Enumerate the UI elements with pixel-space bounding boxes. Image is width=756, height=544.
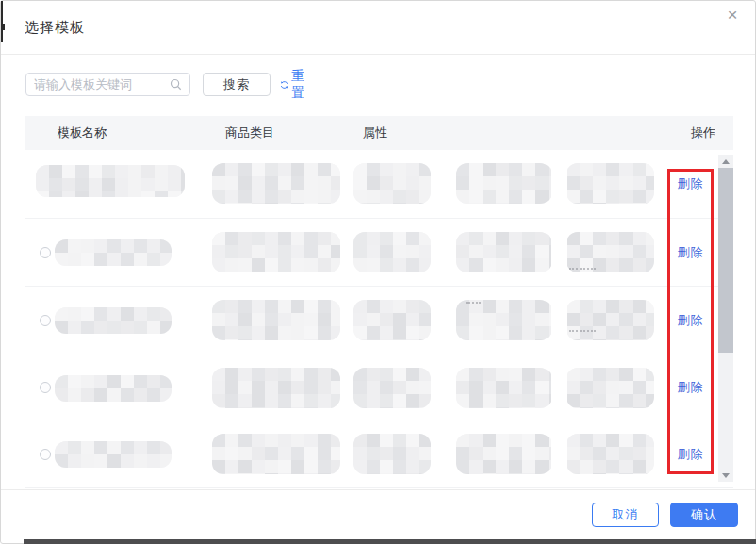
background-page-artifact: [1, 24, 5, 30]
redacted-category: [212, 300, 340, 340]
search-input[interactable]: 请输入模板关键词: [25, 73, 190, 96]
table-row[interactable]: 删除: [25, 287, 733, 354]
delete-link[interactable]: 删除: [667, 312, 714, 329]
redacted-attribute: [353, 232, 431, 272]
scroll-up-arrow-icon[interactable]: [718, 155, 733, 168]
column-header-attributes: 属性: [363, 124, 387, 141]
search-button[interactable]: 搜索: [203, 73, 271, 96]
radio-button[interactable]: [40, 382, 51, 393]
delete-link[interactable]: 删除: [667, 379, 714, 396]
table-row[interactable]: 删除: [25, 354, 733, 420]
redacted-category: [212, 232, 340, 272]
redacted-attribute: [456, 232, 551, 272]
redacted-attribute: [567, 163, 654, 204]
delete-link[interactable]: 删除: [667, 446, 714, 463]
redacted-attribute: [353, 300, 431, 340]
column-header-actions: 操作: [691, 124, 715, 141]
background-page-artifact: [24, 539, 756, 544]
blur-artifact: [466, 302, 481, 304]
radio-button[interactable]: [40, 449, 51, 460]
redacted-attribute: [567, 300, 654, 340]
redacted-template-name: [55, 375, 172, 402]
background-page-artifact: [1, 1, 3, 42]
blur-artifact: [569, 330, 596, 332]
redacted-template-name: [36, 165, 185, 197]
select-template-dialog: 选择模板 × 请输入模板关键词 搜索 重置 模板名称 商品类目 属性: [0, 0, 756, 544]
column-header-template-name: 模板名称: [58, 124, 107, 141]
column-header-category: 商品类目: [225, 124, 274, 141]
table-row[interactable]: 删除: [25, 219, 733, 287]
refresh-icon: [280, 78, 288, 91]
delete-link[interactable]: 删除: [667, 244, 714, 261]
table-body: 删除 删除 删除: [25, 150, 733, 489]
redacted-attribute: [567, 232, 654, 272]
dialog-title: 选择模板: [25, 19, 85, 37]
radio-button[interactable]: [40, 247, 51, 258]
redacted-attribute: [353, 163, 431, 204]
redacted-category: [212, 434, 340, 474]
redacted-attribute: [456, 434, 551, 474]
redacted-attribute: [456, 300, 551, 340]
reset-link[interactable]: 重置: [280, 75, 310, 94]
delete-link[interactable]: 删除: [667, 175, 714, 192]
redacted-attribute: [456, 368, 551, 408]
dialog-header: 选择模板 ×: [1, 1, 755, 55]
redacted-attribute: [456, 163, 551, 204]
reset-label: 重置: [291, 68, 310, 102]
blur-artifact: [569, 268, 596, 270]
redacted-attribute: [353, 434, 431, 474]
radio-button[interactable]: [40, 315, 51, 326]
redacted-template-name: [55, 441, 172, 468]
cancel-button[interactable]: 取消: [592, 503, 659, 527]
redacted-category: [212, 163, 340, 204]
dialog-footer: 取消 确认: [1, 489, 755, 539]
search-icon: [170, 78, 182, 91]
template-table: 模板名称 商品类目 属性 操作 删除 删除: [25, 116, 733, 489]
scroll-down-arrow-icon[interactable]: [718, 469, 733, 482]
confirm-button[interactable]: 确认: [670, 503, 738, 527]
table-header: 模板名称 商品类目 属性 操作: [25, 116, 733, 150]
redacted-attribute: [567, 434, 654, 474]
redacted-template-name: [55, 239, 172, 266]
redacted-attribute: [567, 368, 654, 408]
table-row[interactable]: 删除: [25, 150, 733, 219]
close-icon[interactable]: ×: [721, 5, 744, 27]
redacted-template-name: [55, 307, 172, 334]
scrollbar-thumb[interactable]: [718, 168, 733, 353]
search-placeholder: 请输入模板关键词: [34, 76, 170, 93]
redacted-category: [212, 368, 340, 408]
redacted-attribute: [353, 368, 431, 408]
table-row[interactable]: 删除: [25, 420, 733, 488]
scrollbar[interactable]: [718, 155, 733, 482]
